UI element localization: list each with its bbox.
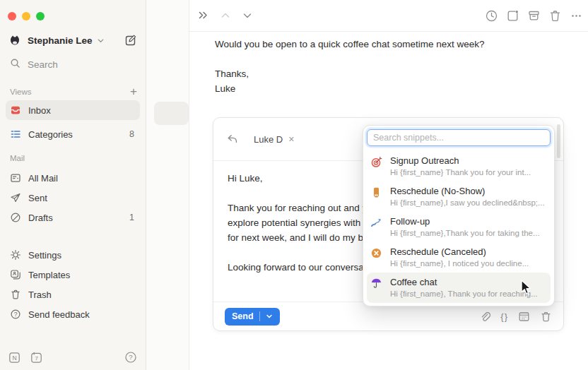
zoom-window-button[interactable]: [36, 12, 45, 20]
mail-section-header: Mail: [10, 154, 137, 162]
cancel-icon: [370, 247, 382, 259]
templates-icon: [10, 269, 21, 280]
svg-text:7: 7: [35, 355, 39, 362]
snippet-preview: Hi {first_name}, I noticed you decline..…: [390, 258, 529, 268]
snippet-title: Follow-up: [390, 216, 540, 227]
attachment-icon[interactable]: [478, 311, 490, 323]
archive-icon[interactable]: [527, 9, 541, 23]
close-window-button[interactable]: [8, 12, 16, 20]
snippets-icon[interactable]: {}: [500, 311, 508, 322]
email-line: Would you be open to a quick coffee chat…: [215, 37, 484, 52]
composer-scrollbar[interactable]: [557, 124, 560, 158]
trash-icon: [10, 289, 21, 300]
views-nav: Inbox Categories 8: [6, 100, 140, 144]
sidebar-item-label: All Mail: [28, 173, 58, 184]
search-button[interactable]: Search: [10, 58, 58, 71]
snippets-popup: Signup Outreach Hi {first_name} Thank yo…: [363, 125, 555, 306]
sidebar-item-categories[interactable]: Categories 8: [6, 124, 140, 144]
mail-nav: All Mail Sent Drafts 1: [6, 168, 140, 227]
minimize-window-button[interactable]: [22, 12, 30, 20]
mark-done-icon[interactable]: [506, 9, 519, 23]
sidebar-item-label: Inbox: [28, 105, 51, 116]
umbrella-icon: [370, 278, 382, 290]
svg-text:N: N: [12, 354, 16, 361]
snippet-list: Signup Outreach Hi {first_name} Thank yo…: [367, 151, 551, 303]
more-ellipsis-icon[interactable]: [570, 9, 583, 23]
avatar: [8, 34, 21, 47]
snippet-title: Coffee chat: [390, 277, 538, 287]
snippet-item-reschedule-no-show[interactable]: Reschedule (No-Show) Hi {first_name},I s…: [367, 181, 551, 212]
calendar-icon[interactable]: [518, 311, 530, 323]
drafts-icon: [10, 212, 21, 223]
sidebar-item-send-feedback[interactable]: ? Send feedback: [6, 304, 140, 324]
sidebar-bottom-bar: N 7 ?: [8, 350, 137, 364]
notes-icon[interactable]: N: [8, 352, 20, 364]
collapsed-thread-item[interactable]: [154, 102, 189, 125]
svg-text:?: ?: [14, 311, 18, 318]
message-toolbar: [189, 0, 588, 32]
snippet-preview: Hi {first_name} Thank you for your int..…: [390, 167, 531, 177]
trash-icon[interactable]: [548, 9, 562, 23]
email-body: Would you be open to a quick coffee chat…: [215, 37, 484, 96]
search-icon: [10, 58, 20, 71]
sidebar-item-trash[interactable]: Trash: [6, 285, 140, 304]
snippet-preview: Hi {first_name},Thank you for taking the…: [390, 228, 540, 238]
snippet-title: Reschedule (No-Show): [390, 186, 545, 196]
sent-icon: [10, 192, 21, 203]
sidebar-item-all-mail[interactable]: All Mail: [6, 168, 140, 188]
email-line: Thanks,: [215, 66, 484, 81]
reply-icon: [226, 133, 239, 145]
sidebar-item-templates[interactable]: Templates: [6, 265, 140, 285]
account-switcher[interactable]: Stephanie Lee: [8, 32, 137, 48]
inbox-icon: [10, 105, 21, 116]
email-line: Luke: [215, 81, 484, 96]
sidebar-item-label: Send feedback: [28, 309, 90, 320]
sidebar-item-label: Sent: [28, 193, 47, 203]
add-view-button[interactable]: +: [130, 87, 137, 97]
remove-recipient-icon[interactable]: ×: [288, 134, 294, 144]
help-icon[interactable]: ?: [124, 351, 137, 364]
window-controls: [8, 12, 45, 20]
user-name: Stephanie Lee: [28, 35, 93, 46]
feedback-icon: ?: [10, 309, 21, 320]
sidebar-item-drafts[interactable]: Drafts 1: [6, 208, 140, 227]
sidebar-item-inbox[interactable]: Inbox: [6, 100, 140, 120]
chevron-up-icon[interactable]: [220, 10, 231, 21]
snippet-item-follow-up[interactable]: Follow-up Hi {first_name},Thank you for …: [367, 212, 551, 242]
snippet-item-signup-outreach[interactable]: Signup Outreach Hi {first_name} Thank yo…: [367, 151, 551, 181]
snippet-title: Reschedule (Canceled): [390, 246, 529, 257]
snippet-item-reschedule-canceled[interactable]: Reschedule (Canceled) Hi {first_name}, I…: [367, 242, 551, 273]
sidebar-item-settings[interactable]: Settings: [6, 245, 140, 265]
unread-count: 8: [129, 129, 134, 139]
sidebar-item-label: Categories: [28, 129, 73, 140]
snippet-preview: Hi {first_name}, Thank you for reaching.…: [390, 289, 538, 299]
sidebar: Stephanie Lee Search Views + Inbox: [0, 0, 146, 370]
sidebar-item-label: Drafts: [28, 213, 53, 223]
recipient-chip[interactable]: Luke D: [254, 134, 283, 145]
send-button[interactable]: Send: [225, 308, 280, 326]
snooze-clock-icon[interactable]: [485, 9, 498, 23]
target-icon: [370, 156, 382, 168]
mail-app-window: Stephanie Lee Search Views + Inbox: [0, 0, 588, 370]
svg-text:?: ?: [129, 353, 132, 361]
chevron-down-icon: [97, 37, 105, 44]
sidebar-item-label: Trash: [28, 290, 52, 300]
discard-draft-trash-icon[interactable]: [540, 311, 552, 323]
expand-panel-icon[interactable]: [197, 9, 209, 21]
mail-label: Mail: [10, 154, 25, 162]
snippet-search-input[interactable]: [367, 129, 551, 146]
views-section-header: Views +: [10, 87, 137, 97]
drafts-count: 1: [129, 213, 134, 222]
calendar-icon[interactable]: 7: [30, 352, 42, 364]
sidebar-item-label: Templates: [28, 270, 70, 280]
snippet-item-coffee-chat[interactable]: Coffee chat Hi {first_name}, Thank you f…: [367, 273, 551, 303]
sidebar-item-label: Settings: [28, 250, 61, 261]
snippet-preview: Hi {first_name},I saw you declined&nbsp;…: [390, 198, 545, 208]
send-options-chevron-icon[interactable]: [266, 313, 273, 320]
categories-icon: [10, 129, 21, 140]
snippet-title: Signup Outreach: [390, 155, 531, 166]
views-label: Views: [10, 88, 31, 96]
chevron-down-icon[interactable]: [242, 10, 253, 21]
sidebar-item-sent[interactable]: Sent: [6, 188, 140, 208]
compose-icon[interactable]: [124, 34, 137, 47]
